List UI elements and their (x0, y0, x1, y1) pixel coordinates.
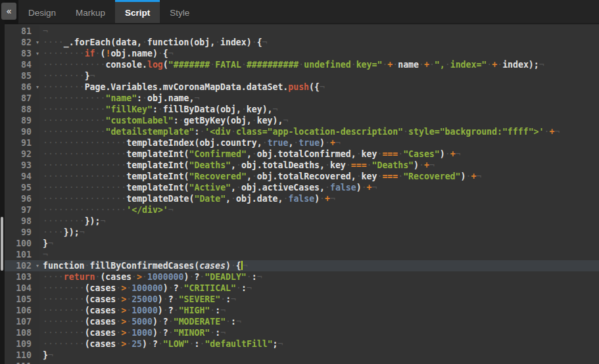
code-line-106[interactable]: 106········(cases·>·10000)·?·"HIGH"·:¬ (5, 305, 599, 316)
code-line-102[interactable]: 102▾function·fillByConfirmedCases(cases)… (5, 260, 599, 271)
code-text: ············console.log("#######·FATAL·#… (39, 59, 599, 70)
line-number: 92 (5, 148, 39, 160)
code-line-100[interactable]: 100}¬ (5, 238, 599, 249)
code-line-90[interactable]: 90············"detailstemplate":·'<div·c… (5, 126, 599, 137)
code-line-88[interactable]: 88············"fillKey":·fillByData(obj,… (5, 104, 599, 115)
eol-mark: ¬ (231, 294, 236, 304)
code-line-95[interactable]: 95················templateInt("Active",·… (5, 182, 599, 193)
code-text: ········(cases·>·1000)·?·"MINOR"·:¬ (39, 327, 599, 338)
line-number: 88 (5, 104, 39, 115)
code-line-101[interactable]: 101¬ (5, 249, 599, 260)
eol-mark: ¬ (539, 60, 544, 70)
code-line-104[interactable]: 104········(cases·>·100000)·?·"CRITICAL"… (5, 283, 599, 294)
code-line-85[interactable]: 85········}¬ (5, 70, 599, 81)
code-text: }¬ (39, 238, 599, 249)
eol-mark: ¬ (283, 116, 288, 125)
code-text: function·fillByConfirmedCases(cases)·{¬ (39, 260, 599, 271)
tab-script[interactable]: Script (115, 0, 160, 23)
code-text: ················templateDate("Date",·obj… (39, 193, 599, 204)
eol-mark: ¬ (335, 138, 341, 148)
code-text: ¬ (39, 26, 599, 37)
code-text: ········(cases·>·100000)·?·"CRITICAL"·:¬ (39, 283, 599, 294)
code-line-83[interactable]: 83▾········if·(!obj.name)·{¬ (5, 48, 599, 59)
code-text: ················'</div>'¬ (39, 204, 599, 216)
tab-design[interactable]: Design (22, 0, 62, 23)
line-number: 111 (5, 361, 39, 364)
line-number: 90 (5, 126, 39, 137)
code-line-107[interactable]: 107········(cases·>·5000)·?·"MODERATE"·:… (5, 316, 599, 327)
eol-mark: ¬ (220, 328, 226, 338)
code-text (39, 361, 599, 364)
code-line-105[interactable]: 105········(cases·>·25000)·?·"SEVERE"·:¬ (5, 294, 599, 305)
eol-mark: ¬ (476, 171, 481, 181)
code-line-103[interactable]: 103····return·(cases·>·1000000)·?·"DEADL… (5, 271, 599, 283)
eol-mark: ¬ (456, 149, 461, 159)
collapse-panel-icon[interactable]: « (1, 3, 16, 20)
code-text: ················templateInt("Recovered",… (39, 171, 599, 182)
line-number: 108 (5, 327, 39, 338)
code-line-111[interactable]: 111 (5, 361, 599, 364)
code-line-97[interactable]: 97················'</div>'¬ (5, 204, 599, 216)
fold-arrow-icon[interactable]: ▾ (36, 260, 39, 271)
eol-mark: ¬ (100, 216, 105, 226)
code-line-81[interactable]: 81¬ (5, 26, 599, 37)
code-line-92[interactable]: 92················templateInt("Confirmed… (5, 148, 599, 160)
eol-mark: ¬ (194, 93, 199, 103)
fold-arrow-icon[interactable]: ▾ (36, 37, 39, 48)
eol-mark: ¬ (330, 194, 335, 204)
line-number: 84 (5, 59, 39, 70)
code-text: ············"name":·obj.name,¬ (39, 93, 599, 104)
eol-mark: ¬ (48, 350, 53, 360)
code-text: ················templateInt("Deaths",·ob… (39, 160, 599, 171)
fold-arrow-icon[interactable]: ▾ (36, 81, 39, 93)
code-text: ········}¬ (39, 70, 599, 81)
eol-mark: ¬ (43, 250, 48, 260)
code-line-91[interactable]: 91················templateIndex(obj.coun… (5, 137, 599, 148)
code-line-82[interactable]: 82▾····_.forEach(data,·function(obj,·ind… (5, 37, 599, 48)
code-line-86[interactable]: 86▾········Page.Variables.mvCoronaMapDat… (5, 81, 599, 93)
line-number: 98 (5, 216, 39, 227)
code-line-94[interactable]: 94················templateInt("Recovered… (5, 171, 599, 182)
code-text: ············"customLabel":·getByKey(obj,… (39, 115, 599, 126)
eol-mark: ¬ (247, 283, 252, 293)
script-editor-window: Design Markup Script Style « 81¬82▾····_… (0, 0, 599, 364)
line-number: 87 (5, 93, 39, 104)
code-line-84[interactable]: 84············console.log("#######·FATAL… (5, 59, 599, 70)
code-text: }¬ (39, 350, 599, 361)
code-line-98[interactable]: 98········});¬ (5, 216, 599, 227)
eol-mark: ¬ (554, 127, 560, 137)
line-number: 91 (5, 137, 39, 148)
code-text: ········if·(!obj.name)·{¬ (39, 48, 599, 59)
line-number: 94 (5, 171, 39, 182)
code-line-96[interactable]: 96················templateDate("Date",·o… (5, 193, 599, 204)
tab-markup[interactable]: Markup (69, 0, 112, 23)
code-line-89[interactable]: 89············"customLabel":·getByKey(ob… (5, 115, 599, 126)
code-text: ········(cases·>·10000)·?·"HIGH"·:¬ (39, 305, 599, 316)
code-line-93[interactable]: 93················templateInt("Deaths",·… (5, 160, 599, 171)
code-text: ········Page.Variables.mvCoronaMapData.d… (39, 81, 599, 93)
eol-mark: ¬ (90, 71, 95, 81)
tab-style[interactable]: Style (163, 0, 196, 23)
line-number: 97 (5, 204, 39, 216)
code-line-110[interactable]: 110}¬ (5, 350, 599, 361)
code-editor[interactable]: 81¬82▾····_.forEach(data,·function(obj,·… (5, 26, 599, 364)
eol-mark: ¬ (257, 272, 262, 282)
left-rail-scrollbar[interactable] (1, 217, 3, 271)
line-number: 95 (5, 182, 39, 193)
line-number: 109 (5, 338, 39, 350)
line-number: 86▾ (5, 81, 39, 93)
code-line-109[interactable]: 109········(cases·>·25)·?·"LOW"·:·"defau… (5, 338, 599, 350)
code-line-99[interactable]: 99····});¬ (5, 227, 599, 238)
code-text: ········(cases·>·5000)·?·"MODERATE"·:¬ (39, 316, 599, 327)
code-line-108[interactable]: 108········(cases·>·1000)·?·"MINOR"·:¬ (5, 327, 599, 338)
line-number: 82▾ (5, 37, 39, 48)
fold-arrow-icon[interactable]: ▾ (36, 48, 39, 59)
code-text: ········(cases·>·25)·?·"LOW"·:·"defaultF… (39, 338, 599, 350)
code-text: ················templateInt("Active",·ob… (39, 182, 599, 193)
code-line-87[interactable]: 87············"name":·obj.name,¬ (5, 93, 599, 104)
code-text: ············"fillKey":·fillByData(obj,·k… (39, 104, 599, 115)
line-number: 99 (5, 227, 39, 238)
line-number: 96 (5, 193, 39, 204)
editor-tab-bar: Design Markup Script Style (0, 0, 599, 24)
eol-mark: ¬ (262, 37, 268, 47)
